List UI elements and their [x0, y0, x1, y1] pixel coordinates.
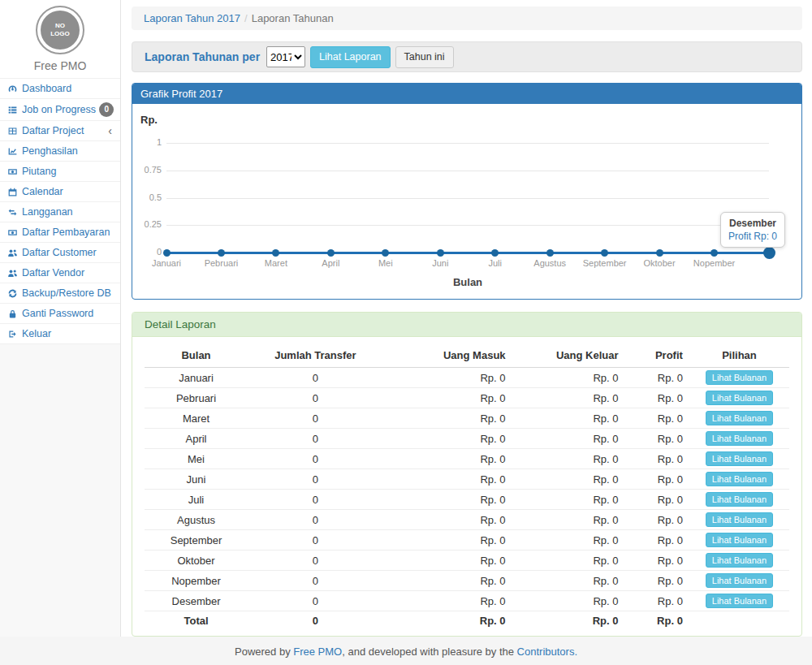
sidebar-item-job-on-progress[interactable]: Job on Progress 0: [0, 98, 120, 120]
sidebar-item-daftar-pembayaran[interactable]: Daftar Pembayaran: [0, 222, 120, 242]
users-icon: [6, 248, 19, 258]
column-header-uang-keluar: Uang Keluar: [512, 343, 625, 368]
table-row: Desember 0 Rp. 0 Rp. 0 Rp. 0 Lihat Bulan…: [145, 591, 789, 611]
chart-point-oktober[interactable]: [656, 249, 663, 257]
cell-jumlah-transfer: 0: [248, 510, 383, 530]
gridline: [166, 171, 769, 171]
chart-point-maret[interactable]: [272, 249, 279, 257]
chart-point-januari[interactable]: [163, 249, 171, 257]
total-profit: Rp. 0: [625, 611, 689, 631]
chart-point-desember[interactable]: [763, 247, 775, 259]
gridline: [166, 225, 769, 226]
x-tick-label: Oktober: [644, 258, 676, 268]
sidebar-item-langganan[interactable]: Langganan: [0, 201, 120, 222]
cell-profit: Rp. 0: [625, 368, 689, 388]
cell-uang-masuk: Rp. 0: [383, 408, 512, 429]
money-icon: [6, 227, 19, 238]
lihat-bulanan-button[interactable]: Lihat Bulanan: [706, 512, 773, 527]
retweet-icon: [6, 207, 19, 218]
lihat-bulanan-button[interactable]: Lihat Bulanan: [706, 391, 773, 405]
brand-name: Free PMO: [0, 59, 120, 72]
y-tick-label: 0.25: [132, 219, 162, 229]
cell-uang-keluar: Rp. 0: [512, 469, 625, 490]
lihat-laporan-button[interactable]: Lihat Laporan: [310, 46, 390, 68]
x-tick-label: Juli: [488, 258, 502, 268]
year-select[interactable]: 2017: [266, 46, 305, 67]
cell-bulan: Juni: [145, 469, 248, 490]
total-bulan: Total: [145, 611, 248, 631]
lihat-bulanan-button[interactable]: Lihat Bulanan: [706, 492, 773, 507]
page-footer: Powered by Free PMO, and developed with …: [0, 637, 812, 665]
cell-uang-masuk: Rp. 0: [383, 591, 512, 611]
sidebar-item-daftar-vendor[interactable]: Daftar Vendor: [0, 262, 120, 283]
table-row: Juni 0 Rp. 0 Rp. 0 Rp. 0 Lihat Bulanan: [145, 469, 789, 490]
lihat-bulanan-button[interactable]: Lihat Bulanan: [706, 573, 773, 588]
cell-uang-masuk: Rp. 0: [383, 469, 512, 490]
x-tick-label: April: [322, 258, 339, 268]
chart-point-nopember[interactable]: [710, 249, 718, 257]
x-tick-label: Nopember: [693, 258, 735, 268]
chart-point-juni[interactable]: [437, 249, 444, 257]
cell-jumlah-transfer: 0: [248, 490, 383, 510]
x-tick-label: Agustus: [533, 258, 566, 268]
lihat-bulanan-button[interactable]: Lihat Bulanan: [706, 431, 773, 446]
table-row: April 0 Rp. 0 Rp. 0 Rp. 0 Lihat Bulanan: [145, 429, 789, 449]
refresh-icon: [6, 288, 19, 299]
tahun-ini-button[interactable]: Tahun ini: [395, 46, 454, 68]
x-tick-label: Maret: [265, 258, 287, 268]
sidebar-item-daftar-project[interactable]: Daftar Project ‹: [0, 120, 120, 140]
sidebar-item-calendar[interactable]: Calendar: [0, 181, 120, 201]
cell-profit: Rp. 0: [625, 510, 689, 530]
footer-link-contributors[interactable]: Contributors.: [517, 646, 577, 658]
profit-series-line: [166, 252, 769, 254]
lihat-bulanan-button[interactable]: Lihat Bulanan: [706, 553, 773, 568]
lihat-bulanan-button[interactable]: Lihat Bulanan: [706, 594, 773, 608]
sidebar-item-daftar-customer[interactable]: Daftar Customer: [0, 242, 120, 262]
lihat-bulanan-button[interactable]: Lihat Bulanan: [706, 451, 773, 466]
cell-profit: Rp. 0: [625, 469, 689, 490]
chart-point-juli[interactable]: [491, 249, 499, 257]
sidebar-item-backup-restore-db[interactable]: Backup/Restore DB: [0, 283, 120, 303]
main-content: Laporan Tahun 2017/Laporan Tahunan Lapor…: [121, 0, 812, 637]
lock-icon: [6, 309, 19, 319]
breadcrumb-current: Laporan Tahunan: [252, 12, 334, 24]
cell-uang-masuk: Rp. 0: [383, 530, 512, 551]
chart-point-pebruari[interactable]: [218, 249, 225, 257]
cell-uang-keluar: Rp. 0: [512, 449, 625, 469]
table-row: Pebruari 0 Rp. 0 Rp. 0 Rp. 0 Lihat Bulan…: [145, 388, 789, 408]
cell-uang-keluar: Rp. 0: [512, 368, 625, 388]
cell-uang-keluar: Rp. 0: [512, 429, 625, 449]
cell-uang-masuk: Rp. 0: [383, 551, 512, 571]
cell-bulan: April: [145, 429, 248, 449]
breadcrumb-link-laporan-tahun[interactable]: Laporan Tahun 2017: [144, 12, 240, 24]
cell-profit: Rp. 0: [625, 490, 689, 510]
footer-link-free-pmo[interactable]: Free PMO: [293, 646, 342, 658]
column-header-bulan: Bulan: [145, 343, 248, 368]
table-total-row: Total 0 Rp. 0 Rp. 0 Rp. 0: [145, 611, 789, 631]
chart-point-september[interactable]: [601, 249, 608, 257]
sidebar-item-piutang[interactable]: Piutang: [0, 161, 120, 181]
sidebar-item-dashboard[interactable]: Dashboard: [0, 78, 120, 98]
table-row: Mei 0 Rp. 0 Rp. 0 Rp. 0 Lihat Bulanan: [145, 449, 789, 469]
sidebar-item-ganti-password[interactable]: Ganti Password: [0, 303, 120, 323]
cell-jumlah-transfer: 0: [248, 388, 383, 408]
breadcrumb: Laporan Tahun 2017/Laporan Tahunan: [132, 6, 802, 30]
sidebar-item-penghasilan[interactable]: Penghasilan: [0, 140, 120, 161]
chart-point-mei[interactable]: [382, 249, 389, 257]
lihat-bulanan-button[interactable]: Lihat Bulanan: [706, 472, 773, 486]
sidebar: NO LOGO Free PMO Dashboard Job on Progre…: [0, 0, 121, 637]
column-header-uang-masuk: Uang Masuk: [383, 343, 512, 368]
cell-uang-masuk: Rp. 0: [383, 449, 512, 469]
tasks-icon: [6, 105, 19, 115]
table-icon: [6, 126, 19, 136]
chart-tooltip: Desember Profit Rp: 0: [720, 212, 785, 248]
lihat-bulanan-button[interactable]: Lihat Bulanan: [706, 370, 773, 385]
lihat-bulanan-button[interactable]: Lihat Bulanan: [706, 533, 773, 547]
no-logo-badge: NO LOGO: [36, 6, 84, 54]
lihat-bulanan-button[interactable]: Lihat Bulanan: [706, 411, 773, 425]
chart-point-april[interactable]: [327, 249, 335, 257]
sidebar-item-keluar[interactable]: Keluar: [0, 323, 120, 344]
table-row: Nopember 0 Rp. 0 Rp. 0 Rp. 0 Lihat Bulan…: [145, 571, 789, 591]
chart-point-agustus[interactable]: [546, 249, 554, 257]
app-window: NO LOGO Free PMO Dashboard Job on Progre…: [0, 0, 812, 637]
